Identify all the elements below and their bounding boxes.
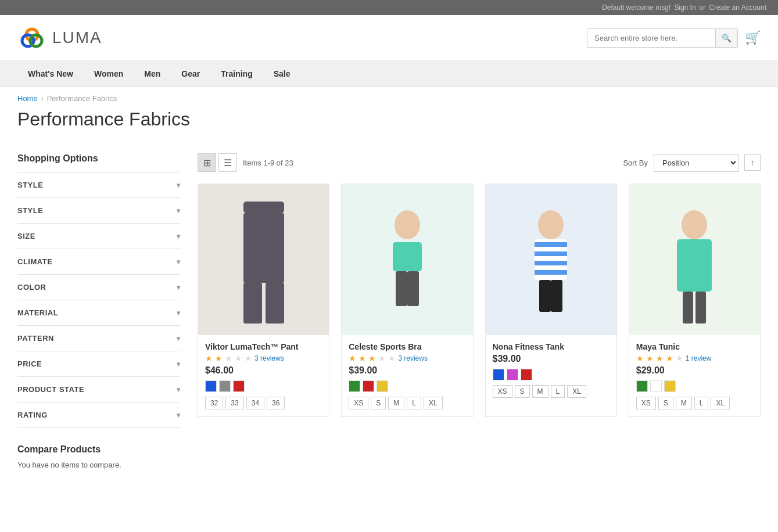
size-m-2[interactable]: M [388, 397, 404, 409]
svg-rect-21 [551, 280, 562, 312]
color-swatch-4-yellow[interactable] [664, 380, 676, 392]
product-card-2[interactable]: Celeste Sports Bra ★ ★ ★ ★ ★ 3 reviews $… [341, 184, 473, 417]
filter-size-header[interactable]: SIZE ▾ [17, 224, 180, 249]
filter-list: STYLE ▾ STYLE ▾ SIZE ▾ CLIMATE ▾ [17, 172, 180, 428]
nav-training[interactable]: Training [210, 61, 263, 87]
color-swatch-1-blue[interactable] [205, 380, 217, 392]
size-xl-4[interactable]: XL [711, 397, 730, 409]
product-image-4 [629, 184, 760, 335]
filter-rating-label: RATING [17, 411, 48, 419]
nav-whats-new[interactable]: What's New [17, 61, 84, 87]
size-l-3[interactable]: L [551, 385, 565, 398]
search-box[interactable]: 🔍 [587, 28, 738, 48]
filter-color-header[interactable]: COLOR ▾ [17, 275, 180, 300]
star-4-1: ★ [636, 354, 644, 363]
product-name-2[interactable]: Celeste Sports Bra [349, 342, 465, 351]
filter-pattern-chevron: ▾ [177, 335, 181, 343]
svg-rect-25 [683, 292, 693, 323]
size-xs-3[interactable]: XS [493, 385, 512, 398]
filter-product-state-header[interactable]: PRODUCT STATE ▾ [17, 377, 180, 402]
nav-gear[interactable]: Gear [171, 61, 210, 87]
size-m-4[interactable]: M [676, 397, 692, 409]
sort-select[interactable]: Position Product Name Price [654, 154, 738, 172]
filter-price-header[interactable]: PRICE ▾ [17, 351, 180, 376]
product-card-1[interactable]: Viktor LumaTech™ Pant ★ ★ ★ ★ ★ 3 review… [198, 184, 329, 417]
size-33[interactable]: 33 [225, 397, 243, 409]
cart-icon[interactable]: 🛒 [745, 30, 761, 45]
filter-price-label: PRICE [17, 360, 42, 368]
size-s-3[interactable]: S [515, 385, 530, 398]
product-card-3[interactable]: Nona Fitness Tank $39.00 XS S M L XL [485, 184, 617, 417]
size-34[interactable]: 34 [246, 397, 264, 409]
star-2-4: ★ [378, 354, 386, 363]
create-account-link[interactable]: Create an Account [709, 3, 766, 12]
list-view-button[interactable]: ☰ [218, 153, 237, 172]
size-36[interactable]: 36 [267, 397, 285, 409]
filter-product-state-label: PRODUCT STATE [17, 385, 84, 394]
filter-material-label: MATERIAL [17, 308, 58, 317]
main-nav: What's New Women Men Gear Training Sale [0, 61, 778, 87]
size-xs-4[interactable]: XS [636, 397, 656, 409]
star-1-2: ★ [215, 354, 223, 363]
product-name-4[interactable]: Maya Tunic [636, 342, 753, 351]
or-text: or [700, 3, 706, 12]
size-xl-3[interactable]: XL [567, 385, 586, 398]
sort-direction-button[interactable]: ↑ [744, 154, 761, 171]
product-name-3[interactable]: Nona Fitness Tank [493, 342, 610, 351]
logo-icon [17, 23, 46, 52]
nav-sale[interactable]: Sale [263, 61, 301, 87]
svg-rect-6 [243, 283, 262, 323]
search-button[interactable]: 🔍 [715, 29, 737, 47]
filter-material: MATERIAL ▾ [17, 300, 180, 326]
filter-climate-header[interactable]: CLIMATE ▾ [17, 249, 180, 274]
nav-women[interactable]: Women [84, 61, 134, 87]
color-swatch-2-red[interactable] [363, 380, 374, 392]
color-swatch-2-yellow[interactable] [377, 380, 388, 392]
signin-link[interactable]: Sign In [674, 3, 695, 12]
filter-rating-header[interactable]: RATING ▾ [17, 402, 180, 427]
size-s-2[interactable]: S [371, 397, 386, 409]
svg-rect-17 [535, 251, 567, 256]
size-xl-2[interactable]: XL [424, 397, 443, 409]
toolbar-right: Sort By Position Product Name Price ↑ [623, 154, 761, 172]
grid-view-button[interactable]: ⊞ [198, 153, 216, 172]
sidebar-heading: Shopping Options [17, 153, 180, 172]
star-1-4: ★ [235, 354, 242, 363]
review-count-1[interactable]: 3 reviews [254, 354, 284, 362]
filter-style-2-header[interactable]: STYLE ▾ [17, 198, 180, 223]
product-image-placeholder-1 [211, 184, 316, 335]
filter-material-chevron: ▾ [177, 309, 181, 317]
filter-color-chevron: ▾ [177, 283, 181, 292]
size-s-4[interactable]: S [658, 397, 673, 409]
svg-rect-16 [535, 242, 567, 247]
svg-point-23 [682, 210, 707, 239]
size-m-3[interactable]: M [532, 385, 548, 398]
color-swatch-3-red[interactable] [521, 369, 532, 380]
size-l-4[interactable]: L [694, 397, 709, 409]
nav-men[interactable]: Men [134, 61, 171, 87]
logo-area[interactable]: LUMA [17, 23, 102, 52]
product-grid: Viktor LumaTech™ Pant ★ ★ ★ ★ ★ 3 review… [198, 184, 761, 417]
search-input[interactable] [587, 29, 715, 47]
color-swatch-3-purple[interactable] [507, 369, 518, 380]
filter-style-1-header[interactable]: STYLE ▾ [17, 172, 180, 197]
filter-pattern-header[interactable]: PATTERN ▾ [17, 326, 180, 351]
size-32[interactable]: 32 [205, 397, 223, 409]
star-2-5: ★ [388, 354, 396, 363]
breadcrumb-home[interactable]: Home [17, 94, 38, 103]
size-l-2[interactable]: L [407, 397, 421, 409]
product-card-4[interactable]: Maya Tunic ★ ★ ★ ★ ★ 1 review $29.00 [629, 184, 761, 417]
welcome-message: Default welcome msg! [602, 3, 671, 12]
color-swatch-4-green[interactable] [636, 380, 648, 392]
color-swatch-1-gray[interactable] [219, 380, 231, 392]
color-swatch-2-green[interactable] [349, 380, 360, 392]
review-count-4[interactable]: 1 review [686, 354, 712, 362]
filter-material-header[interactable]: MATERIAL ▾ [17, 300, 180, 325]
product-name-1[interactable]: Viktor LumaTech™ Pant [205, 342, 322, 351]
size-xs-2[interactable]: XS [349, 397, 368, 409]
color-swatch-1-red[interactable] [233, 380, 245, 392]
page-title-area: Performance Fabrics [0, 103, 778, 142]
color-swatch-3-blue[interactable] [493, 369, 504, 380]
color-swatch-4-white[interactable] [650, 380, 662, 392]
review-count-2[interactable]: 3 reviews [398, 354, 428, 362]
